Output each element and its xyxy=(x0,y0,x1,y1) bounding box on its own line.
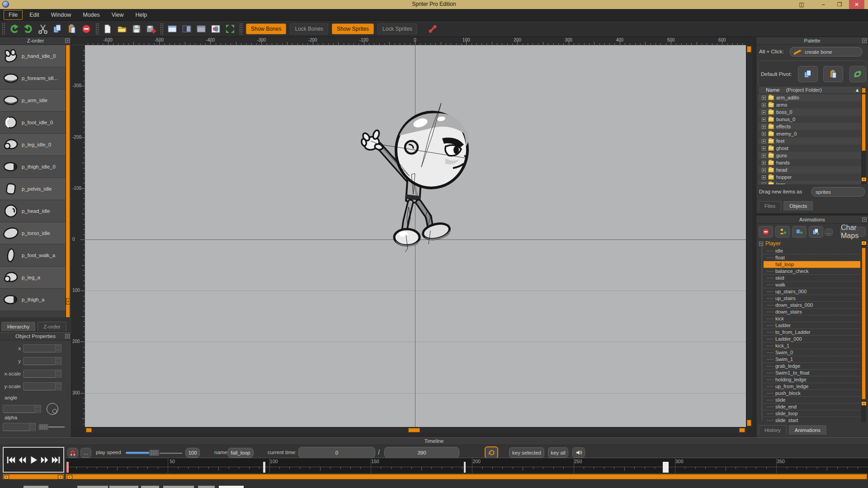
key-selected-button[interactable]: key selected xyxy=(509,447,544,458)
duration-field[interactable]: 390 xyxy=(384,447,459,458)
play-speed-slider-fill[interactable] xyxy=(126,452,149,454)
menu-item-file[interactable]: File xyxy=(4,10,23,20)
folder-item-feet[interactable]: feet xyxy=(758,137,861,145)
menu-item-view[interactable]: View xyxy=(107,10,129,20)
animation-item-down-stairs-000[interactable]: down_stairs_000 xyxy=(764,302,860,309)
maximize-button[interactable]: ❐ xyxy=(833,0,846,9)
folder-item-guns[interactable]: guns xyxy=(758,152,861,159)
property-stepper-x[interactable] xyxy=(56,344,61,352)
zorder-tab-z-order[interactable]: Z-order xyxy=(38,322,66,331)
zorder-tab-hierarchy[interactable]: Hierarchy xyxy=(1,322,35,331)
palette-tab-objects[interactable]: Objects xyxy=(783,201,813,211)
animation-item-up-stairs-000[interactable]: up_stairs_000 xyxy=(764,288,860,295)
zorder-item-p-torso-idle[interactable]: p_torso_idle xyxy=(0,222,66,244)
bone-tool-button[interactable] xyxy=(425,23,440,35)
color-view-button[interactable] xyxy=(208,23,223,35)
zorder-item-p-head-idle[interactable]: p_head_idle xyxy=(0,200,66,222)
animation-item-kick[interactable]: kick xyxy=(764,315,860,322)
cut-button[interactable] xyxy=(36,23,50,35)
zorder-item-p-forearm-idl-[interactable]: p_forearm_idl... xyxy=(0,67,66,89)
panel-detach-icon[interactable]: × xyxy=(65,334,70,338)
animation-item-swim1-to-float[interactable]: Swim1_to_float xyxy=(764,370,860,376)
keyframe-marker[interactable] xyxy=(464,462,466,473)
refresh-pivot-button[interactable] xyxy=(849,66,866,82)
keyframe-marker[interactable] xyxy=(663,462,669,473)
toggle-lock-sprites[interactable]: Lock Sprites xyxy=(377,23,417,34)
expand-plus-icon[interactable] xyxy=(762,132,766,136)
alpha-stepper[interactable] xyxy=(30,423,36,431)
duplicate-animation-button[interactable] xyxy=(809,226,823,238)
folder-item-enemy-0[interactable]: enemy_0 xyxy=(758,130,861,137)
remove-animation-button[interactable] xyxy=(759,226,773,238)
char-maps-button[interactable]: Char Maps xyxy=(840,227,866,237)
expand-plus-icon[interactable] xyxy=(762,175,766,179)
window-gray-view-button[interactable] xyxy=(194,23,208,35)
animation-item-walk[interactable]: walk xyxy=(764,282,860,288)
skip-end-icon[interactable] xyxy=(51,455,61,465)
copy-pivot-button[interactable] xyxy=(798,66,818,82)
animation-item-slide-loop[interactable]: slide_loop xyxy=(764,410,860,417)
animation-name-field[interactable]: fall_loop xyxy=(227,448,254,458)
property-input-y[interactable] xyxy=(23,357,56,365)
animation-root[interactable]: Player xyxy=(759,240,781,247)
playback-scrollbar[interactable] xyxy=(3,474,64,479)
zorder-item-p-leg-a[interactable]: p_leg_a xyxy=(0,267,66,289)
new-file-button[interactable] xyxy=(100,23,115,35)
alpha-slider-handle[interactable] xyxy=(38,424,48,430)
add-entity-button[interactable] xyxy=(775,226,790,238)
animation-item-down-stairs[interactable]: down_stairs xyxy=(764,309,860,315)
menu-item-help[interactable]: Help xyxy=(131,10,152,20)
menu-item-edit[interactable]: Edit xyxy=(24,10,44,20)
property-input-y-scale[interactable] xyxy=(23,382,56,390)
folder-item-head[interactable]: head xyxy=(758,166,861,174)
expand-plus-icon[interactable] xyxy=(762,168,766,172)
panel-detach-icon[interactable]: × xyxy=(65,38,70,43)
app-window-icon[interactable]: ◫ xyxy=(795,0,808,9)
window-dark-view-button[interactable] xyxy=(179,23,194,35)
animation-item-to-from-ladder[interactable]: to_from_Ladder xyxy=(764,329,860,336)
property-input-x-scale[interactable] xyxy=(23,370,56,378)
zorder-scrollbar[interactable] xyxy=(66,45,70,317)
animation-item-fall-loop[interactable]: fall_loop xyxy=(764,261,860,268)
property-stepper-x-scale[interactable] xyxy=(56,370,61,378)
property-stepper-y-scale[interactable] xyxy=(56,382,61,390)
canvas-horizontal-scrollbar[interactable] xyxy=(85,427,746,433)
close-button[interactable]: ✕ xyxy=(849,0,864,9)
animation-item-ladder[interactable]: Ladder xyxy=(764,322,860,329)
timeline-ruler[interactable]: 50100150200250300350 xyxy=(66,458,868,473)
copy-button[interactable] xyxy=(50,23,65,35)
zorder-item-p-pelvis-idle[interactable]: p_pelvis_idle xyxy=(0,178,66,200)
folder-item-boss-0[interactable]: boss_0 xyxy=(758,108,861,116)
expand-view-button[interactable] xyxy=(223,23,237,35)
property-input-x[interactable] xyxy=(23,344,56,352)
expand-plus-icon[interactable] xyxy=(762,110,766,114)
animation-item-push-block[interactable]: push_block xyxy=(764,390,860,397)
palette-tab-files[interactable]: Files xyxy=(759,201,781,211)
angle-input[interactable] xyxy=(3,405,35,413)
zorder-item-p-hand-idle-0[interactable]: p_hand_idle_0 xyxy=(0,45,66,67)
collapse-box-icon[interactable] xyxy=(759,242,763,246)
zorder-item-p-foot-idle-0[interactable]: p_foot_idle_0 xyxy=(0,112,66,134)
folder-item-effects[interactable]: effects xyxy=(758,123,861,130)
animation-item-idle[interactable]: idle xyxy=(764,248,860,254)
folder-item-arm-adillo[interactable]: arm_adillo xyxy=(758,94,861,101)
skip-start-icon[interactable] xyxy=(6,455,16,465)
expand-plus-icon[interactable] xyxy=(762,96,766,100)
paste-pivot-button[interactable] xyxy=(823,66,843,82)
prev-frame-icon[interactable] xyxy=(17,455,27,465)
expand-plus-icon[interactable] xyxy=(762,146,766,150)
drag-new-items-dropdown[interactable]: sprites xyxy=(811,187,865,197)
save-button[interactable] xyxy=(129,23,144,35)
expand-plus-icon[interactable] xyxy=(762,117,766,122)
redo-button[interactable] xyxy=(21,23,36,35)
animation-item-up-stairs[interactable]: up_stairs xyxy=(764,295,860,302)
toggle-show-bones[interactable]: Show Bones xyxy=(246,23,286,34)
folder-scrollbar[interactable] xyxy=(861,87,866,184)
animation-item-holding-ledge[interactable]: holding_ledge xyxy=(764,376,860,383)
animation-item-up-from-ledge[interactable]: up_from_ledge xyxy=(764,383,860,390)
timeline-scrollbar[interactable] xyxy=(66,474,867,479)
expand-plus-icon[interactable] xyxy=(762,139,766,143)
play-speed-value[interactable]: 100 xyxy=(185,448,200,458)
folder-item-arms[interactable]: arms xyxy=(758,101,861,108)
create-bone-dropdown[interactable]: create bone xyxy=(790,47,862,56)
